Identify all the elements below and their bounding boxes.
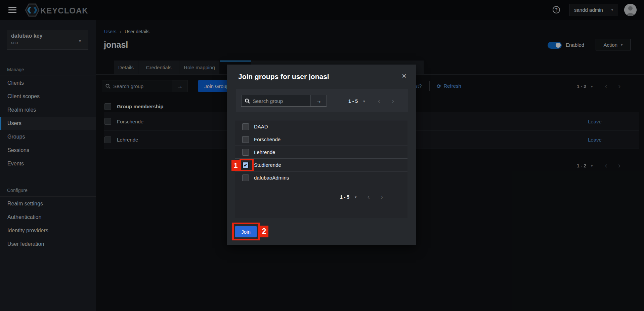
page-previous-icon[interactable]: ‹ [368, 194, 370, 200]
group-checkbox[interactable] [242, 149, 249, 156]
chevron-down-icon[interactable]: ▾ [355, 195, 357, 199]
join-button[interactable]: Join [235, 226, 257, 237]
modal-search-box [241, 95, 311, 107]
keycloak-admin-console: KEYCLOAK ? sandd admin ▾ dafubao key sso… [0, 0, 644, 311]
close-icon[interactable]: ✕ [402, 73, 406, 80]
modal-pagination-top: 1 - 5 ▾ ‹ › [348, 98, 394, 105]
page-previous-icon[interactable]: ‹ [378, 98, 380, 105]
pagination-range: 1 - 5 [348, 99, 358, 104]
group-checkbox[interactable] [242, 136, 249, 143]
list-item: Lehrende [235, 146, 407, 159]
modal-search-submit-button[interactable]: → [311, 95, 327, 107]
chevron-down-icon[interactable]: ▾ [363, 99, 365, 104]
modal-footer: Join 2 [235, 226, 257, 237]
group-name: Studierende [254, 162, 281, 168]
group-checkbox-checked[interactable]: ✔ [242, 162, 249, 168]
search-icon [245, 99, 250, 104]
page-next-icon[interactable]: › [381, 194, 383, 200]
list-item-studierende: 1 ✔ Studierende [235, 159, 407, 171]
page-next-icon[interactable]: › [392, 98, 394, 105]
group-name: DAAD [254, 124, 268, 129]
annotation-step-label: 1 [231, 160, 240, 171]
modal-search-group-input[interactable] [253, 98, 306, 104]
modal-title: Join groups for user jonasl [238, 73, 329, 81]
group-checkbox[interactable] [242, 123, 249, 130]
group-checkbox[interactable] [242, 174, 249, 181]
list-item: Forschende [235, 133, 407, 146]
group-name: Lehrende [254, 149, 275, 155]
pagination-range: 1 - 5 [340, 194, 349, 200]
list-item: DAAD [235, 120, 407, 133]
modal-group-list: DAAD Forschende Lehrende 1 ✔ Studierende… [235, 120, 407, 218]
annotation-step-label: 2 [260, 226, 268, 237]
group-name: dafubaoAdmins [254, 175, 289, 181]
group-name: Forschende [254, 137, 281, 142]
list-item: dafubaoAdmins [235, 171, 407, 184]
modal-pagination-bottom: 1 - 5 ▾ ‹ › [340, 194, 383, 200]
modal-toolbar: → 1 - 5 ▾ ‹ › [236, 89, 408, 112]
join-groups-modal: Join groups for user jonasl ✕ → 1 - 5 ▾ … [227, 65, 416, 245]
